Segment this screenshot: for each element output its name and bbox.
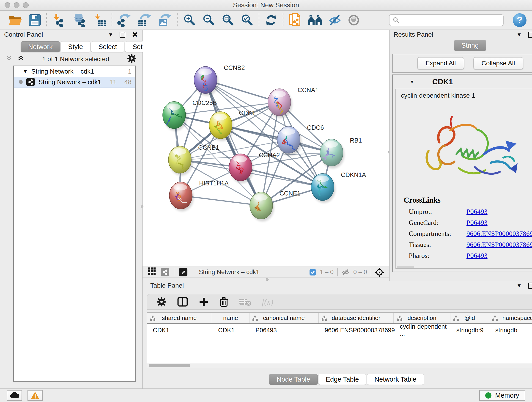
cloud-icon [9,392,19,399]
zoom-fit-icon[interactable] [221,13,234,27]
open-in-window-icon[interactable] [179,268,187,276]
card-hscrollbar[interactable] [397,266,414,268]
memory-button[interactable]: Memory [479,390,525,401]
collection-expand-icon[interactable]: ▼ [23,69,28,74]
selected-checkbox-icon[interactable] [309,269,316,276]
network-node-rb1[interactable]: RB1 [320,137,362,168]
network-row[interactable]: String Network – cdk1 11 48 [14,77,135,88]
search-input[interactable] [402,17,500,24]
control-panel-float-icon[interactable] [120,32,125,38]
zoom-in-icon[interactable] [183,13,196,27]
pharos-link[interactable]: P06493 [467,252,488,259]
table-panel-float-icon[interactable] [528,283,532,289]
table-hscrollbar[interactable] [147,363,532,368]
tab-node-table[interactable]: Node Table [269,374,317,385]
import-table-file-icon[interactable] [93,13,107,27]
birds-eye-grid-icon[interactable] [147,267,156,277]
search-icon [393,17,399,24]
network-options-gear-icon[interactable] [127,54,137,65]
main-toolbar: ? [0,11,532,30]
string-home-icon[interactable] [308,14,322,26]
crosslinks-title: CrossLinks [404,196,532,204]
expand-all-networks-icon[interactable] [17,55,24,63]
left-splitter-handle[interactable] [141,205,143,208]
tissues-link[interactable]: 9606.ENSP00000378699 [467,241,532,249]
control-panel-menu-icon[interactable]: ▼ [108,32,113,38]
column-header[interactable]: database identifier [319,313,394,323]
genecard-link[interactable]: P06493 [467,219,488,226]
collapse-all-networks-icon[interactable] [6,55,12,63]
import-network-file-icon[interactable] [52,13,66,27]
results-panel-menu-icon[interactable]: ▼ [516,32,522,38]
node-table[interactable]: shared name name canonical name database… [147,313,532,363]
control-panel-title: Control Panel [4,31,43,38]
column-header[interactable]: shared name [147,313,212,323]
table-hscrollbar-thumb[interactable] [149,364,190,367]
refresh-icon[interactable] [264,13,278,27]
network-node-cdk1[interactable]: CDK1 [209,109,255,141]
table-toolbar: f(x) [147,294,532,310]
column-tree-icon [397,315,403,321]
column-header[interactable]: @id [450,313,489,323]
network-canvas[interactable]: CCNB2CCNA1CDC25BCDK1CDC6RB1CCNB1CCNA2CDK… [143,30,389,267]
table-options-gear-icon[interactable] [157,297,167,307]
table-tabs: Node Table Edge Table Network Table [269,374,424,385]
card-collapse-icon[interactable]: ▼ [410,79,414,85]
horizontal-splitter[interactable] [143,278,389,281]
clone-network-icon[interactable] [288,13,302,27]
export-table-icon[interactable] [138,13,152,27]
column-tree-icon [453,315,459,321]
tab-select[interactable]: Select [91,41,125,52]
collapse-all-button[interactable]: Collapse All [473,57,523,70]
table-panel: Table Panel ▼ ✖ [143,281,532,389]
expand-all-button[interactable]: Expand All [417,57,464,70]
tab-style[interactable]: Style [60,41,90,52]
uniprot-link[interactable]: P06493 [467,208,488,216]
fit-content-crosshair-icon[interactable] [375,268,384,277]
tab-string[interactable]: String [454,40,486,51]
export-image-icon[interactable] [158,13,172,27]
results-panel-float-icon[interactable] [528,32,532,38]
add-column-icon[interactable] [199,297,209,307]
save-session-icon[interactable] [28,14,41,27]
hidden-count: 0 – 0 [353,269,367,276]
network-node-cdkn1a[interactable]: CDKN1A [311,172,366,203]
network-node-ccna1[interactable]: CCNA1 [268,87,319,118]
title-bar: Session: New Session [0,0,532,11]
compartments-link[interactable]: 9606.ENSP00000378699 [467,230,532,237]
open-session-icon[interactable] [8,14,22,27]
node-label-ccnb1: CCNB1 [198,144,219,151]
cloud-tasks-button[interactable] [7,390,22,401]
export-network-icon[interactable] [117,13,132,27]
table-row[interactable]: CDK1 CDK1 P06493 9606.ENSP00000378699 cy… [147,324,532,337]
warnings-button[interactable] [27,390,43,401]
network-node-cdc25b[interactable]: CDC25B [163,99,217,131]
zoom-out-icon[interactable] [202,13,215,27]
column-header[interactable]: name [212,313,249,323]
tab-edge-table[interactable]: Edge Table [318,374,367,385]
control-panel: Control Panel ▼ ✖ Network Style Select S… [0,30,143,389]
help-button[interactable]: ? [513,13,526,27]
tab-network[interactable]: Network [21,41,60,52]
network-collection-row[interactable]: ▼ String Network – cdk1 1 [14,66,135,77]
network-share-icon[interactable] [161,268,169,276]
column-header[interactable]: canonical name [249,313,319,323]
control-panel-close-icon[interactable]: ✖ [132,31,138,38]
import-network-database-icon[interactable] [72,13,87,27]
glass-eye-icon[interactable] [348,14,360,26]
node-label-cdkn1a: CDKN1A [341,172,366,178]
hide-glass-eye-icon[interactable] [328,14,342,26]
table-header-row: shared name name canonical name database… [147,313,532,324]
column-header[interactable]: description [394,313,450,323]
tab-network-table[interactable]: Network Table [367,374,424,385]
network-node-hist1h1a[interactable]: HIST1H1A [169,180,229,211]
column-header[interactable]: namespace [489,313,532,323]
table-panel-menu-icon[interactable]: ▼ [516,283,522,289]
network-selection-status: 1 of 1 Network selected [29,56,122,63]
network-node-cdc6[interactable]: CDC6 [277,124,324,156]
zoom-selected-icon[interactable] [240,13,254,27]
delete-column-icon[interactable] [219,297,228,307]
search-field[interactable] [389,14,504,26]
show-columns-icon[interactable] [177,297,188,307]
network-node-ccnb2[interactable]: CCNB2 [194,64,245,96]
